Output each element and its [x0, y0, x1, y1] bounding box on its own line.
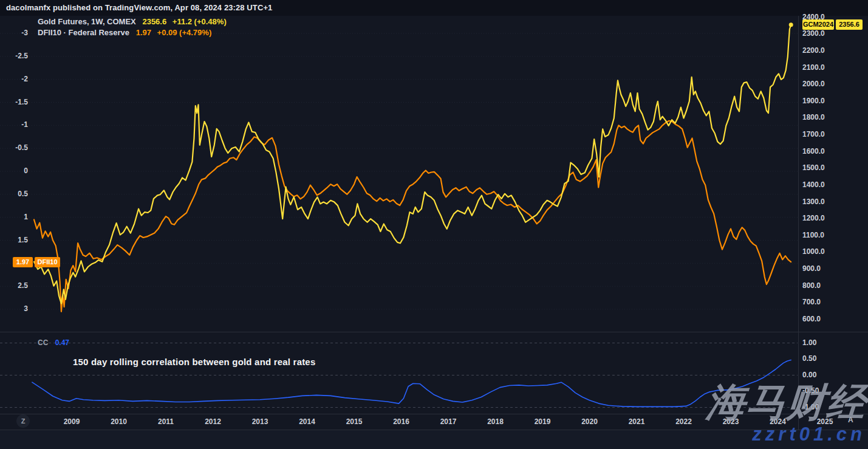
left-axis-tick: 3	[0, 304, 28, 313]
gold-price-label-ticker: GCM2024	[802, 19, 834, 30]
right-axis-tick: 2300.0	[802, 29, 825, 38]
left-axis-tick: -2	[0, 75, 28, 83]
left-axis-tick: -1.5	[0, 98, 28, 106]
left-axis-tick: 1.5	[0, 236, 28, 244]
right-axis-tick: 1200.0	[802, 214, 825, 222]
time-axis-year-label: 2019	[535, 417, 551, 426]
right-axis-tick: 1000.0	[802, 247, 825, 256]
right-axis-tick: 1500.0	[802, 163, 825, 172]
cc-legend: CC 0.47	[38, 338, 69, 347]
legend-dfii-value: 1.97	[136, 28, 151, 37]
right-axis-tick: 1900.0	[802, 97, 825, 105]
correlation-line-series	[32, 360, 791, 407]
legend-dfii-change: +0.09 (+4.79%)	[157, 28, 212, 37]
correlation-axis-tick: 1.00	[802, 338, 816, 347]
cc-indicator-value: 0.47	[55, 338, 69, 347]
right-axis-tick: 2200.0	[802, 46, 825, 55]
right-axis-tick: 1300.0	[802, 197, 825, 206]
cc-indicator-label: CC	[38, 338, 48, 347]
right-axis-tick: 600.0	[802, 315, 821, 323]
time-axis-year-label: 2012	[205, 417, 221, 426]
right-axis-tick: 1100.0	[802, 231, 824, 239]
left-axis-tick: -1	[0, 120, 28, 129]
time-axis-year-label: 2009	[64, 417, 80, 426]
right-axis-tick: 700.0	[802, 298, 821, 306]
time-axis-year-label: 2017	[440, 417, 457, 426]
correlation-axis-tick: 0.50	[802, 354, 816, 363]
legend-dfii-title: DFII10 · Federal Reserve	[38, 28, 129, 37]
time-axis-year-label: 2020	[581, 417, 598, 426]
watermark-cjk-text: 海马财经	[705, 378, 868, 427]
gold-line-series	[34, 25, 791, 304]
time-axis-year-label: 2018	[487, 417, 504, 426]
dfii-price-label-value: 1.97	[13, 257, 33, 267]
chart-annotation-text: 150 day rolling correlation between gold…	[73, 357, 315, 367]
left-axis-tick: -2.5	[0, 52, 28, 60]
time-axis-year-label: 2013	[252, 417, 268, 426]
left-axis-tick: -0.5	[0, 143, 28, 152]
time-axis-year-label: 2021	[629, 417, 645, 426]
legend-gold: Gold Futures, 1W, COMEX 2356.6 +11.2 (+0…	[38, 17, 227, 26]
left-axis-tick: -3	[0, 29, 28, 37]
right-axis-tick: 1800.0	[802, 113, 825, 122]
right-axis-tick: 2000.0	[802, 80, 825, 88]
tradingview-published-chart: dacolmanfx published on TradingView.com,…	[0, 0, 868, 449]
right-axis-tick: 1600.0	[802, 147, 825, 156]
legend-gold-value: 2356.6	[142, 17, 166, 26]
timezone-button[interactable]: Z	[16, 414, 30, 428]
left-axis-tick: 0	[0, 166, 28, 175]
legend-gold-title: Gold Futures, 1W, COMEX	[38, 17, 136, 26]
left-axis-tick: 2.5	[0, 281, 28, 290]
left-axis-tick: 1	[0, 213, 28, 221]
time-axis-year-label: 2010	[111, 417, 127, 426]
right-axis-tick: 800.0	[802, 281, 821, 290]
right-axis-tick: 1400.0	[802, 180, 825, 189]
time-axis-year-label: 2022	[675, 417, 692, 426]
legend-dfii: DFII10 · Federal Reserve 1.97 +0.09 (+4.…	[38, 28, 211, 37]
footer-bar: TradingView	[0, 430, 868, 449]
dfii-price-label-ticker: DFII10	[35, 257, 60, 267]
time-axis-year-label: 2016	[393, 417, 409, 426]
right-axis-tick: 900.0	[802, 264, 821, 273]
dfii10-line-series	[34, 121, 791, 312]
gold-last-price-dot	[789, 22, 793, 27]
time-axis-year-label: 2011	[158, 417, 174, 426]
left-axis-tick: 0.5	[0, 190, 28, 198]
gold-price-label-value: 2356.6	[836, 19, 863, 30]
right-axis-tick: 2100.0	[802, 63, 825, 72]
time-axis-year-label: 2015	[346, 417, 363, 426]
watermark-url-text: zzrt01.cn	[752, 423, 866, 445]
right-axis-tick: 1700.0	[802, 130, 825, 139]
time-axis-year-label: 2014	[299, 417, 315, 426]
legend-gold-change: +11.2 (+0.48%)	[173, 17, 227, 26]
